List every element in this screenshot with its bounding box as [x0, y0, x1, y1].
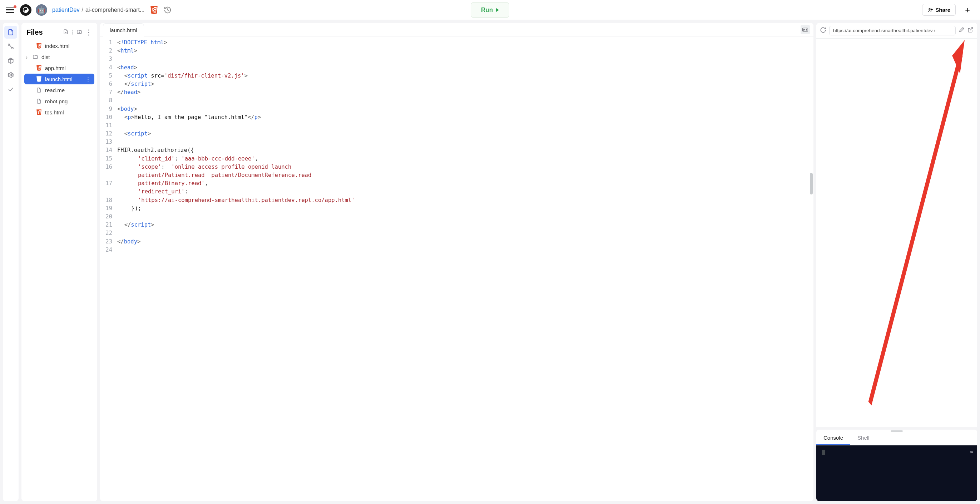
file-name: index.html: [45, 43, 69, 49]
console-pane: Console Shell ⌫: [816, 430, 977, 501]
file-row[interactable]: tos.html: [24, 107, 94, 118]
rail-files-icon[interactable]: [4, 26, 17, 38]
new-folder-icon[interactable]: [76, 28, 82, 37]
breadcrumb-sep: /: [82, 7, 83, 13]
tab-shell[interactable]: Shell: [850, 431, 877, 445]
files-more-icon[interactable]: ⋮: [85, 28, 92, 37]
file-row[interactable]: read.me: [24, 85, 94, 95]
preview-pane: https://ai-comprehend-smarthealthit.pati…: [816, 23, 977, 427]
terminal[interactable]: ⌫: [816, 445, 977, 501]
new-file-icon[interactable]: [63, 28, 68, 37]
file-name: app.html: [45, 65, 66, 71]
rail-settings-icon[interactable]: [4, 68, 17, 81]
file-name: read.me: [45, 87, 65, 93]
share-label: Share: [935, 7, 950, 13]
rail-check-icon[interactable]: [4, 83, 17, 96]
run-label: Run: [481, 6, 493, 14]
breadcrumb-project[interactable]: ai-comprehend-smart...: [86, 7, 145, 13]
file-row[interactable]: launch.html⋮: [24, 74, 94, 84]
svg-point-1: [929, 8, 930, 10]
file-icon: [36, 76, 42, 82]
file-row[interactable]: app.html: [24, 62, 94, 73]
replit-logo[interactable]: [20, 4, 32, 16]
tab-console[interactable]: Console: [816, 431, 850, 445]
file-icon: [36, 109, 42, 116]
url-input[interactable]: https://ai-comprehend-smarthealthit.pati…: [829, 26, 956, 35]
line-gutter: 123456789101112131415161718192021222324: [100, 38, 117, 501]
reload-icon[interactable]: [820, 27, 826, 35]
svg-point-6: [10, 74, 12, 76]
svg-marker-14: [952, 40, 965, 73]
file-icon: [36, 65, 42, 71]
html5-icon: [150, 5, 159, 15]
svg-line-12: [970, 27, 973, 30]
rail-packages-icon[interactable]: [4, 54, 17, 67]
sidebar-rail: [3, 23, 19, 501]
svg-line-13: [870, 54, 961, 403]
play-icon: [496, 8, 499, 12]
terminal-prompt: [821, 449, 825, 455]
file-icon: [36, 98, 42, 104]
run-button[interactable]: Run: [471, 3, 509, 17]
breadcrumb-user[interactable]: patientDev: [52, 7, 80, 13]
editor-tab[interactable]: launch.html: [103, 23, 144, 37]
open-external-icon[interactable]: [967, 27, 974, 34]
scrollbar-thumb[interactable]: [810, 173, 813, 194]
rail-vcs-icon[interactable]: [4, 40, 17, 53]
files-panel: Files ⁝ ⋮ index.html›distapp.htmllaunch.…: [21, 23, 97, 501]
markdown-toggle-icon[interactable]: [800, 25, 810, 34]
file-name: launch.html: [45, 76, 73, 82]
topbar: 🤖 patientDev / ai-comprehend-smart... Ru…: [0, 0, 980, 20]
backspace-icon[interactable]: ⌫: [970, 449, 973, 455]
file-row[interactable]: robot.png: [24, 96, 94, 107]
code-area[interactable]: 123456789101112131415161718192021222324 …: [100, 37, 813, 501]
file-name: robot.png: [45, 98, 68, 104]
add-button[interactable]: ＋: [961, 3, 974, 17]
file-row[interactable]: index.html: [24, 40, 94, 51]
breadcrumb: patientDev / ai-comprehend-smart...: [52, 7, 145, 13]
share-button[interactable]: Share: [922, 4, 956, 16]
files-title: Files: [27, 28, 43, 37]
editor: launch.html 1234567891011121314151617181…: [100, 23, 813, 501]
annotation-arrow: [816, 38, 977, 427]
menu-icon[interactable]: [6, 7, 14, 13]
file-icon: [32, 54, 38, 60]
edit-url-icon[interactable]: [959, 27, 965, 34]
file-icon: [36, 87, 42, 93]
file-icon: [36, 43, 42, 49]
avatar[interactable]: 🤖: [36, 4, 47, 16]
file-name: tos.html: [45, 110, 64, 116]
file-row[interactable]: ›dist: [24, 51, 94, 62]
share-icon: [928, 7, 933, 13]
file-name: dist: [41, 54, 50, 60]
history-icon[interactable]: [164, 6, 172, 14]
